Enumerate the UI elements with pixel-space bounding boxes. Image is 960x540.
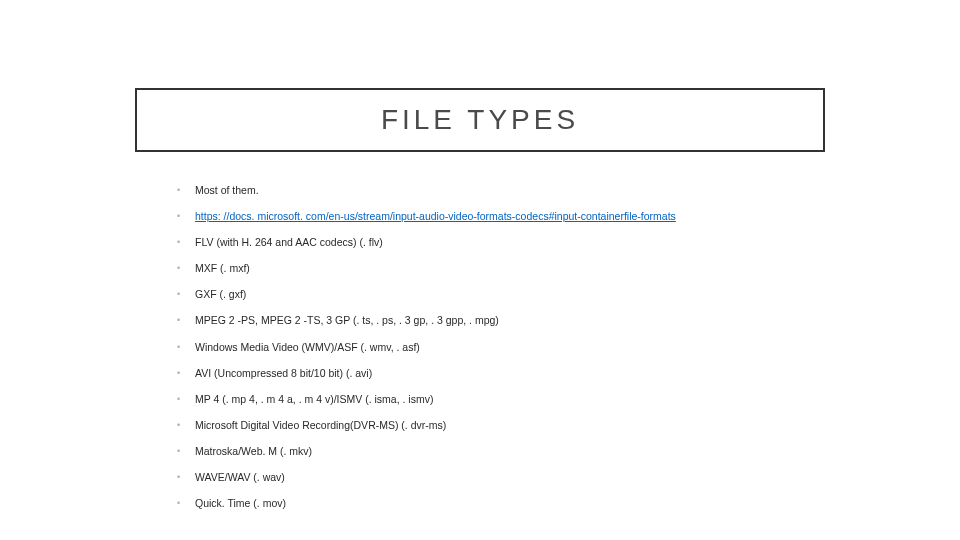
list-item: • https: //docs. microsoft. com/en-us/st… (177, 210, 877, 223)
list-item: • Quick. Time (. mov) (177, 497, 877, 510)
bullet-icon: • (177, 288, 195, 300)
bullet-list: • Most of them. • https: //docs. microso… (177, 184, 877, 523)
slide: FILE TYPES • Most of them. • https: //do… (0, 0, 960, 540)
bullet-text: GXF (. gxf) (195, 288, 246, 301)
list-item: • MXF (. mxf) (177, 262, 877, 275)
list-item: • Windows Media Video (WMV)/ASF (. wmv, … (177, 341, 877, 354)
bullet-text: MP 4 (. mp 4, . m 4 a, . m 4 v)/ISMV (. … (195, 393, 433, 406)
bullet-text: Most of them. (195, 184, 259, 197)
bullet-link[interactable]: https: //docs. microsoft. com/en-us/stre… (195, 210, 676, 223)
bullet-text: MPEG 2 -PS, MPEG 2 -TS, 3 GP (. ts, . ps… (195, 314, 499, 327)
list-item: • GXF (. gxf) (177, 288, 877, 301)
bullet-text: MXF (. mxf) (195, 262, 250, 275)
bullet-icon: • (177, 445, 195, 457)
list-item: • WAVE/WAV (. wav) (177, 471, 877, 484)
list-item: • MPEG 2 -PS, MPEG 2 -TS, 3 GP (. ts, . … (177, 314, 877, 327)
bullet-text: FLV (with H. 264 and AAC codecs) (. flv) (195, 236, 383, 249)
list-item: • FLV (with H. 264 and AAC codecs) (. fl… (177, 236, 877, 249)
bullet-text: WAVE/WAV (. wav) (195, 471, 285, 484)
list-item: • MP 4 (. mp 4, . m 4 a, . m 4 v)/ISMV (… (177, 393, 877, 406)
bullet-text: Windows Media Video (WMV)/ASF (. wmv, . … (195, 341, 420, 354)
bullet-text: Matroska/Web. M (. mkv) (195, 445, 312, 458)
bullet-icon: • (177, 419, 195, 431)
bullet-icon: • (177, 262, 195, 274)
bullet-text: Quick. Time (. mov) (195, 497, 286, 510)
slide-title: FILE TYPES (381, 104, 579, 136)
bullet-icon: • (177, 341, 195, 353)
list-item: • AVI (Uncompressed 8 bit/10 bit) (. avi… (177, 367, 877, 380)
bullet-icon: • (177, 393, 195, 405)
bullet-icon: • (177, 314, 195, 326)
bullet-icon: • (177, 210, 195, 222)
bullet-icon: • (177, 367, 195, 379)
bullet-icon: • (177, 471, 195, 483)
bullet-icon: • (177, 184, 195, 196)
list-item: • Most of them. (177, 184, 877, 197)
bullet-text: AVI (Uncompressed 8 bit/10 bit) (. avi) (195, 367, 372, 380)
list-item: • Matroska/Web. M (. mkv) (177, 445, 877, 458)
bullet-icon: • (177, 497, 195, 509)
list-item: • Microsoft Digital Video Recording(DVR-… (177, 419, 877, 432)
title-box: FILE TYPES (135, 88, 825, 152)
bullet-icon: • (177, 236, 195, 248)
bullet-text: Microsoft Digital Video Recording(DVR-MS… (195, 419, 446, 432)
